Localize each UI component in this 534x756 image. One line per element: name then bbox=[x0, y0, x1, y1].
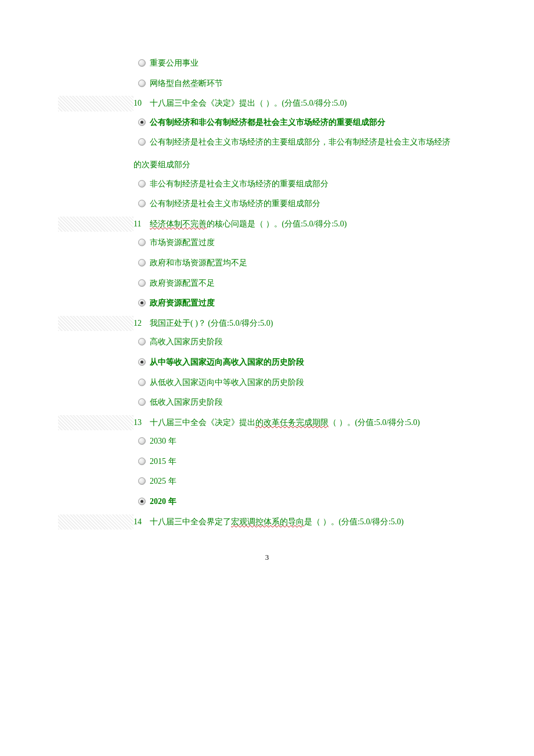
option-continuation: 的次要组成部分 bbox=[58, 157, 476, 173]
option-text: 公有制经济是社会主义市场经济的主要组成部分，非公有制经济是社会主义市场经济 bbox=[150, 135, 476, 150]
option-row: 从中等收入国家迈向高收入国家的历史阶段 bbox=[58, 355, 476, 372]
option-row: 非公有制经济是社会主义市场经济的重要组成部分 bbox=[58, 177, 476, 193]
option-row: 2020 年 bbox=[58, 494, 476, 511]
stem-wavy: 经济体制不完善 bbox=[150, 219, 207, 228]
option-row: 2030 年 bbox=[58, 434, 476, 451]
option-text: 从中等收入国家迈向高收入国家的历史阶段 bbox=[150, 355, 476, 370]
option-text: 公有制经济和非公有制经济都是社会主义市场经济的重要组成部分 bbox=[150, 115, 476, 131]
option-row: 政府和市场资源配置均不足 bbox=[58, 255, 476, 272]
option-text: 市场资源配置过度 bbox=[150, 235, 476, 251]
radio-col bbox=[134, 76, 150, 93]
option-row: 网络型自然垄断环节 bbox=[58, 76, 476, 93]
radio-unselected-icon[interactable] bbox=[138, 80, 146, 87]
option-text: 网络型自然垄断环节 bbox=[150, 76, 476, 92]
question-stem: 十八届三中全会《决定》提出（ ）。(分值:5.0/得分:5.0) bbox=[150, 96, 476, 111]
option-text: 政府资源配置过度 bbox=[150, 296, 476, 311]
radio-col bbox=[134, 135, 150, 152]
radio-unselected-icon[interactable] bbox=[138, 239, 146, 246]
score-label: (分值:5.0/得分:5.0) bbox=[208, 319, 273, 327]
radio-unselected-icon[interactable] bbox=[138, 379, 146, 386]
radio-col bbox=[134, 296, 150, 312]
radio-unselected-icon[interactable] bbox=[138, 458, 146, 465]
radio-col bbox=[134, 454, 150, 471]
radio-col bbox=[134, 196, 150, 213]
radio-unselected-icon[interactable] bbox=[138, 477, 146, 485]
question-number: 12 bbox=[134, 316, 150, 332]
question-number: 11 bbox=[134, 217, 150, 232]
option-text: 2025 年 bbox=[150, 474, 476, 489]
option-text: 从低收入国家迈向中等收入国家的历史阶段 bbox=[150, 375, 476, 391]
page-number: 3 bbox=[58, 553, 476, 562]
radio-col bbox=[134, 434, 150, 451]
score-label: (分值:5.0/得分:5.0) bbox=[339, 517, 404, 526]
question-stem: 我国正处于( )？ (分值:5.0/得分:5.0) bbox=[150, 316, 476, 332]
radio-selected-icon[interactable] bbox=[138, 118, 146, 126]
radio-selected-icon[interactable] bbox=[138, 498, 146, 505]
left-stripe bbox=[58, 217, 134, 232]
page-container: 重要公用事业 网络型自然垄断环节 10 十八届三中全会《决定》提出（ ）。(分值… bbox=[0, 0, 534, 591]
radio-unselected-icon[interactable] bbox=[138, 59, 146, 67]
radio-col bbox=[134, 177, 150, 193]
stem-text: 十八届三中全会界定了 bbox=[150, 517, 231, 526]
option-row: 高收入国家历史阶段 bbox=[58, 334, 476, 351]
stem-text: 十八届三中全会《决定》提出 bbox=[150, 418, 255, 427]
stem-text: 的核心问题是（ ）。 bbox=[207, 219, 282, 228]
radio-col bbox=[134, 395, 150, 412]
question-number: 14 bbox=[134, 514, 150, 530]
stem-text: 是（ ）。 bbox=[304, 517, 339, 526]
radio-unselected-icon[interactable] bbox=[138, 200, 146, 207]
option-row: 从低收入国家迈向中等收入国家的历史阶段 bbox=[58, 375, 476, 392]
stem-text: （ ）。 bbox=[329, 418, 355, 427]
stem-text: 十八届三中全会《决定》提出（ ）。 bbox=[150, 99, 282, 107]
option-row: 重要公用事业 bbox=[58, 56, 476, 73]
radio-unselected-icon[interactable] bbox=[138, 259, 146, 267]
question-row: 10 十八届三中全会《决定》提出（ ）。(分值:5.0/得分:5.0) bbox=[58, 96, 476, 111]
option-row: 公有制经济是社会主义市场经济的重要组成部分 bbox=[58, 196, 476, 213]
option-text: 2015 年 bbox=[150, 454, 476, 470]
question-row: 12 我国正处于( )？ (分值:5.0/得分:5.0) bbox=[58, 316, 476, 332]
question-stem: 十八届三中全会界定了宏观调控体系的导向是（ ）。(分值:5.0/得分:5.0) bbox=[150, 514, 476, 530]
radio-col bbox=[134, 474, 150, 491]
option-text: 2020 年 bbox=[150, 494, 476, 510]
radio-unselected-icon[interactable] bbox=[138, 437, 146, 445]
option-text: 政府和市场资源配置均不足 bbox=[150, 255, 476, 271]
radio-unselected-icon[interactable] bbox=[138, 398, 146, 406]
stem-wavy: 宏观调控体系的导向 bbox=[231, 517, 304, 526]
option-cont-text: 的次要组成部分 bbox=[134, 157, 476, 173]
option-text: 重要公用事业 bbox=[150, 56, 476, 71]
radio-unselected-icon[interactable] bbox=[138, 279, 146, 287]
radio-col bbox=[134, 355, 150, 372]
radio-unselected-icon[interactable] bbox=[138, 338, 146, 345]
option-row: 公有制经济和非公有制经济都是社会主义市场经济的重要组成部分 bbox=[58, 115, 476, 132]
option-row: 低收入国家历史阶段 bbox=[58, 395, 476, 412]
option-row: 政府资源配置过度 bbox=[58, 296, 476, 312]
stem-wavy: 的改革任务完成期限 bbox=[255, 418, 329, 427]
option-row: 公有制经济是社会主义市场经济的主要组成部分，非公有制经济是社会主义市场经济 bbox=[58, 135, 476, 152]
question-row: 14 十八届三中全会界定了宏观调控体系的导向是（ ）。(分值:5.0/得分:5.… bbox=[58, 514, 476, 530]
score-label: (分值:5.0/得分:5.0) bbox=[282, 219, 347, 228]
radio-col bbox=[134, 276, 150, 293]
stem-text: 我国正处于( )？ bbox=[150, 319, 208, 327]
option-row: 2025 年 bbox=[58, 474, 476, 491]
question-row: 13 十八届三中全会《决定》提出的改革任务完成期限（ ）。(分值:5.0/得分:… bbox=[58, 415, 476, 431]
radio-unselected-icon[interactable] bbox=[138, 180, 146, 188]
option-row: 政府资源配置不足 bbox=[58, 276, 476, 293]
radio-col bbox=[134, 115, 150, 132]
option-text: 低收入国家历史阶段 bbox=[150, 395, 476, 411]
option-text: 政府资源配置不足 bbox=[150, 276, 476, 291]
radio-col bbox=[134, 235, 150, 252]
score-label: (分值:5.0/得分:5.0) bbox=[355, 418, 420, 427]
radio-selected-icon[interactable] bbox=[138, 358, 146, 366]
radio-unselected-icon[interactable] bbox=[138, 138, 146, 146]
question-stem: 十八届三中全会《决定》提出的改革任务完成期限（ ）。(分值:5.0/得分:5.0… bbox=[150, 415, 476, 431]
left-pad bbox=[58, 157, 134, 173]
option-text: 高收入国家历史阶段 bbox=[150, 334, 476, 350]
radio-col bbox=[134, 375, 150, 392]
radio-col bbox=[134, 56, 150, 73]
option-text: 2030 年 bbox=[150, 434, 476, 449]
radio-selected-icon[interactable] bbox=[138, 299, 146, 307]
question-number: 10 bbox=[134, 96, 150, 111]
question-row: 11 经济体制不完善的核心问题是（ ）。(分值:5.0/得分:5.0) bbox=[58, 217, 476, 232]
option-row: 2015 年 bbox=[58, 454, 476, 471]
left-stripe bbox=[58, 514, 134, 530]
